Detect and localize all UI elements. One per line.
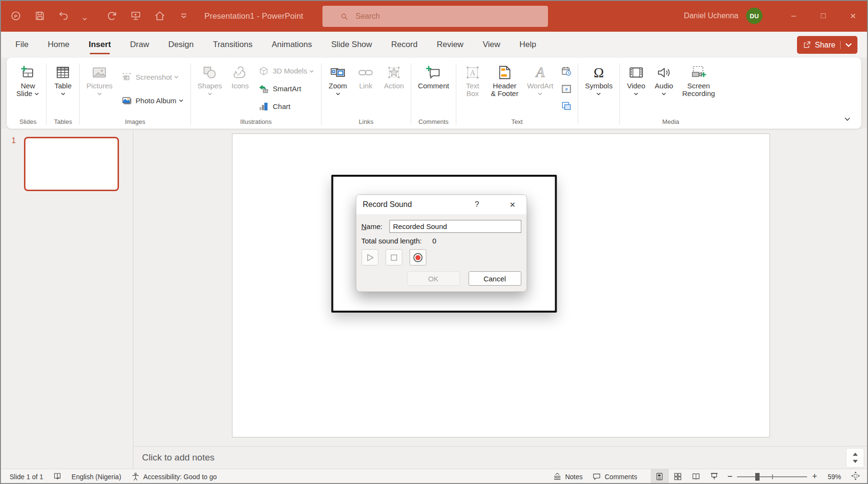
dialog-title-bar[interactable]: Record Sound ? ×	[356, 195, 526, 214]
tab-design[interactable]: Design	[167, 33, 195, 56]
share-dropdown-icon[interactable]	[840, 41, 853, 49]
close-button[interactable]: ×	[838, 0, 868, 32]
cancel-button[interactable]: Cancel	[468, 271, 521, 286]
chart-button[interactable]: Chart	[255, 99, 317, 113]
object-button[interactable]	[559, 100, 574, 113]
user-name[interactable]: Daniel Uchenna	[684, 12, 738, 20]
tab-view[interactable]: View	[482, 33, 501, 56]
zoom-button[interactable]: Zoom	[324, 60, 351, 117]
slide-canvas-area: Record Sound ? × Name: Total sound lengt…	[133, 129, 868, 446]
ribbon-group-links: ZoomLinkActionLinks	[321, 60, 411, 129]
collapse-ribbon-button[interactable]	[840, 113, 855, 125]
slide-number-label: 1	[12, 136, 16, 145]
shapes-icon	[202, 63, 218, 82]
spellcheck-icon[interactable]	[48, 469, 67, 484]
screen-recording-button[interactable]: ScreenRecording	[678, 60, 719, 117]
ribbon-group-slides: NewSlideSlides	[10, 60, 46, 129]
sound-name-input[interactable]	[389, 220, 521, 233]
pictures-button: Pictures	[83, 60, 116, 117]
customize-toolbar-icon[interactable]	[178, 10, 190, 22]
zoom-slider-thumb[interactable]	[755, 473, 760, 481]
tab-review[interactable]: Review	[436, 33, 464, 56]
zoom-slider[interactable]	[737, 476, 807, 477]
fit-slide-to-window-button[interactable]	[846, 471, 865, 482]
comment-button[interactable]: Comment	[414, 60, 453, 117]
icons-icon	[232, 63, 248, 82]
home-icon[interactable]	[154, 10, 166, 22]
notes-toggle[interactable]: Notes	[548, 469, 588, 484]
audio-button[interactable]: Audio	[651, 60, 678, 117]
zoom-ribbon-icon	[330, 63, 346, 82]
ribbon-group-comments: CommentComments	[411, 60, 456, 129]
tab-record[interactable]: Record	[390, 33, 418, 56]
tab-insert[interactable]: Insert	[88, 33, 112, 56]
ribbon-group-images: PicturesScreenshotPhoto AlbumImages	[80, 60, 190, 129]
svg-text:A: A	[470, 69, 476, 77]
wordart-icon: A	[532, 63, 548, 82]
ribbon-group-label: Media	[620, 117, 722, 129]
svg-text:Ω: Ω	[594, 65, 604, 80]
header-footer-button[interactable]: Header& Footer	[487, 60, 523, 117]
slide-thumbnail[interactable]	[24, 137, 119, 191]
avatar[interactable]: DU	[746, 8, 762, 24]
notes-pane[interactable]: Click to add notes	[133, 446, 868, 469]
photo-album-button[interactable]: Photo Album	[119, 94, 187, 108]
total-length-label: Total sound length:	[361, 237, 422, 245]
scroll-down-icon[interactable]	[852, 460, 858, 463]
share-button[interactable]: Share	[797, 36, 857, 54]
scroll-up-icon[interactable]	[852, 452, 858, 456]
table-button[interactable]: Table	[49, 60, 76, 117]
tab-file[interactable]: File	[14, 33, 29, 56]
ribbon-group-label: Links	[321, 117, 411, 129]
reading-view-button[interactable]	[687, 469, 705, 484]
ribbon-tab-bar: File Home Insert Draw Design Transitions…	[0, 32, 868, 58]
tab-draw[interactable]: Draw	[129, 33, 150, 56]
zoom-level[interactable]: 59%	[821, 473, 846, 481]
video-button[interactable]: Video	[623, 60, 650, 117]
language-indicator[interactable]: English (Nigeria)	[67, 469, 126, 484]
dialog-help-button[interactable]: ?	[470, 200, 484, 209]
dialog-title: Record Sound	[363, 200, 470, 209]
tab-slide-show[interactable]: Slide Show	[330, 33, 373, 56]
normal-view-button[interactable]	[651, 469, 669, 484]
redo-icon[interactable]	[106, 10, 118, 22]
maximize-button[interactable]: □	[809, 0, 838, 32]
ribbon: NewSlideSlidesTableTablesPicturesScreens…	[0, 58, 868, 129]
minimize-button[interactable]: –	[779, 0, 809, 32]
search-box[interactable]: Search	[322, 6, 548, 27]
total-length-value: 0	[432, 237, 436, 245]
slideshow-view-button[interactable]	[705, 469, 724, 484]
status-bar: Slide 1 of 1 English (Nigeria) Accessibi…	[0, 469, 868, 484]
pictures-icon	[91, 63, 107, 82]
wordart-button: AWordArt	[523, 60, 557, 117]
date-time-button[interactable]	[559, 65, 574, 78]
tab-home[interactable]: Home	[47, 33, 70, 56]
ribbon-group-tables: TableTables	[47, 60, 79, 129]
tab-help[interactable]: Help	[518, 33, 537, 56]
slide-number-icon: #	[561, 84, 572, 95]
zoom-in-button[interactable]: +	[808, 472, 821, 482]
header-footer-icon	[497, 63, 513, 82]
symbols-button[interactable]: ΩSymbols	[581, 60, 617, 124]
slide-canvas[interactable]: Record Sound ? × Name: Total sound lengt…	[232, 133, 770, 437]
slide-number-button[interactable]: #	[559, 83, 574, 96]
slide-sorter-view-button[interactable]	[669, 469, 687, 484]
slide-indicator[interactable]: Slide 1 of 1	[10, 469, 48, 484]
notes-icon	[553, 472, 562, 481]
tab-transitions[interactable]: Transitions	[212, 33, 254, 56]
dialog-close-button[interactable]: ×	[505, 199, 520, 210]
tab-animations[interactable]: Animations	[271, 33, 313, 56]
3d-models-icon	[258, 66, 269, 77]
smartart-button[interactable]: SmartArt	[255, 82, 317, 96]
undo-icon[interactable]	[58, 10, 70, 22]
new-slide-button[interactable]: NewSlide	[12, 60, 43, 117]
slideshow-icon[interactable]	[130, 10, 142, 22]
undo-dropdown-icon[interactable]	[82, 10, 94, 22]
record-button[interactable]	[409, 249, 426, 266]
comments-toggle[interactable]: Comments	[587, 469, 642, 484]
zoom-out-button[interactable]: −	[724, 472, 737, 482]
name-label: Name:	[361, 222, 389, 230]
ribbon-group-label: Slides	[10, 117, 46, 129]
save-icon[interactable]	[34, 10, 46, 22]
accessibility-status[interactable]: Accessibility: Good to go	[126, 469, 222, 484]
